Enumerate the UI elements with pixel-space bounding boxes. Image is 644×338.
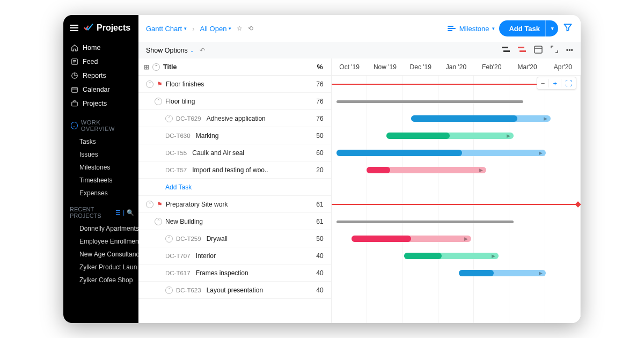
app-logo: Projects: [83, 23, 130, 33]
gantt-bar[interactable]: ▶: [459, 270, 546, 276]
nav-item-feed[interactable]: Feed: [63, 55, 138, 69]
nav-item-home[interactable]: Home: [63, 41, 138, 55]
gantt-bar[interactable]: ▶: [367, 167, 486, 173]
task-row[interactable]: DC-T57Import and testing of woo..20: [138, 161, 331, 179]
favorite-star-icon[interactable]: ☆: [237, 25, 243, 32]
task-name: Floor finishes: [166, 80, 204, 88]
task-percent: 40: [309, 252, 331, 260]
task-row[interactable]: ⌃New Building61: [138, 213, 331, 230]
task-row[interactable]: DC-T617Frames inspection40: [138, 264, 331, 282]
app-title: Projects: [97, 23, 130, 33]
logo-checkmark-icon: [83, 23, 93, 33]
filter-selector[interactable]: All Open▾: [200, 25, 232, 33]
svg-rect-5: [72, 87, 78, 92]
collapse-icon[interactable]: ⌃: [165, 286, 173, 294]
task-row[interactable]: DC-T707Interior40: [138, 247, 331, 264]
collapse-icon[interactable]: ⌃: [146, 201, 153, 208]
task-row[interactable]: DC-T55Caulk and Air seal60: [138, 144, 331, 161]
more-icon[interactable]: •••: [566, 47, 573, 54]
task-list-pane: ⊞ ⌃ Title % ⌃⚑Floor finishes76⌃Floor til…: [138, 58, 332, 323]
svg-rect-11: [519, 50, 526, 52]
view-critical-icon[interactable]: [518, 46, 526, 55]
svg-rect-7: [72, 102, 78, 106]
collapse-icon[interactable]: ⌃: [155, 218, 162, 225]
gantt-bar[interactable]: ▶: [336, 150, 546, 156]
task-row[interactable]: ⌃Floor tiling76: [138, 93, 331, 110]
task-id: DC-T629: [176, 115, 201, 122]
recent-project-item[interactable]: Donnelly Apartments: [63, 222, 138, 235]
task-name: Frames inspection: [196, 269, 248, 277]
collapse-all-icon[interactable]: ⌃: [152, 63, 160, 71]
task-percent: 76: [309, 98, 331, 105]
gantt-bar[interactable]: ▶: [386, 133, 514, 139]
task-percent: 20: [309, 166, 331, 174]
add-task-button[interactable]: Add Task ▾: [499, 20, 558, 36]
task-id: DC-T707: [165, 253, 191, 259]
nav-item-calendar[interactable]: Calendar: [63, 83, 138, 97]
today-icon[interactable]: [534, 45, 543, 55]
task-name: Preparatory Site work: [166, 201, 228, 208]
task-percent: 61: [309, 201, 331, 208]
zoom-fit-button[interactable]: ⛶: [561, 79, 576, 87]
overview-item-timesheets[interactable]: Timesheets: [63, 174, 138, 187]
recent-projects-heading: RECENT PROJECTS ☰ | 🔍: [63, 200, 138, 222]
gantt-bar[interactable]: ▶: [352, 236, 471, 242]
task-row[interactable]: ⌃DC-T623Layout presentation40: [138, 282, 331, 299]
column-config-icon[interactable]: ⊞: [144, 63, 149, 71]
zoom-out-button[interactable]: −: [537, 79, 549, 87]
overview-item-tasks[interactable]: Tasks: [63, 135, 138, 148]
view-bars-icon[interactable]: [502, 46, 510, 55]
task-row[interactable]: ⌃⚑Preparatory Site work61: [138, 196, 331, 213]
undo-icon[interactable]: ↶: [200, 47, 205, 54]
task-name: Caulk and Air seal: [192, 149, 244, 157]
show-options-toggle[interactable]: Show Options ⌄: [146, 47, 194, 54]
collapse-icon[interactable]: ⌃: [146, 80, 153, 88]
nav-item-projects[interactable]: Projects: [63, 97, 138, 111]
overview-item-milestones[interactable]: Milestones: [63, 161, 138, 174]
collapse-icon[interactable]: ⌃: [155, 98, 162, 105]
task-row[interactable]: ⌃DC-T629Adhesive application76: [138, 110, 331, 127]
nav-item-reports[interactable]: Reports: [63, 69, 138, 83]
task-row[interactable]: DC-T630Marking50: [138, 127, 331, 144]
title-column-header: Title: [163, 63, 177, 71]
month-header: Apr'20: [545, 63, 581, 71]
expand-icon[interactable]: [550, 45, 559, 55]
overview-item-expenses[interactable]: Expenses: [63, 187, 138, 200]
view-selector[interactable]: Gantt Chart▾: [146, 25, 187, 33]
gantt-chart-pane: Oct '19Now '19Dec '19Jan '20Feb'20Mar'20…: [332, 58, 581, 323]
topbar: Gantt Chart▾ › All Open▾ ☆ ⟲ Milestone▾ …: [138, 15, 581, 42]
month-header: Now '19: [367, 63, 402, 71]
recent-project-item[interactable]: Zylker Product Laun: [63, 261, 138, 274]
gantt-bar[interactable]: [336, 221, 513, 223]
overview-item-issues[interactable]: Issues: [63, 148, 138, 161]
refresh-icon[interactable]: ⟲: [248, 25, 253, 32]
task-id: DC-T623: [176, 287, 201, 293]
menu-toggle[interactable]: [70, 25, 78, 31]
breadcrumb-separator: ›: [192, 25, 194, 33]
recent-filter-icon[interactable]: ☰: [115, 209, 121, 216]
milestone-flag-icon: ⚑: [157, 201, 163, 208]
task-row[interactable]: ⌃⚑Floor finishes76: [138, 76, 331, 93]
gantt-bar[interactable]: ▶: [411, 115, 551, 122]
svg-rect-8: [502, 47, 508, 48]
add-task-dropdown-icon[interactable]: ▾: [551, 26, 554, 31]
gantt-bar[interactable]: [332, 204, 578, 205]
pct-column-header: %: [309, 63, 331, 71]
gantt-bar[interactable]: [332, 84, 570, 85]
recent-project-item[interactable]: Employee Enrollmen: [63, 235, 138, 248]
collapse-icon[interactable]: ⌃: [165, 235, 173, 243]
recent-project-item[interactable]: Zylker Cofee Shop: [63, 274, 138, 286]
gantt-bar[interactable]: [336, 100, 523, 103]
gantt-bar[interactable]: ▶: [404, 253, 499, 259]
zoom-in-button[interactable]: +: [549, 79, 561, 87]
task-row[interactable]: ⌃DC-T259Drywall50: [138, 230, 331, 247]
task-percent: 61: [309, 218, 331, 225]
task-percent: 50: [309, 235, 331, 243]
zoom-control: − + ⛶: [537, 77, 576, 90]
filter-funnel-icon[interactable]: [562, 22, 573, 35]
recent-project-item[interactable]: New Age Consultanc: [63, 248, 138, 261]
recent-search-icon[interactable]: 🔍: [127, 209, 134, 216]
collapse-icon[interactable]: ⌃: [165, 115, 173, 122]
milestone-dropdown[interactable]: Milestone▾: [448, 25, 495, 33]
add-task-inline[interactable]: Add Task: [138, 179, 331, 196]
